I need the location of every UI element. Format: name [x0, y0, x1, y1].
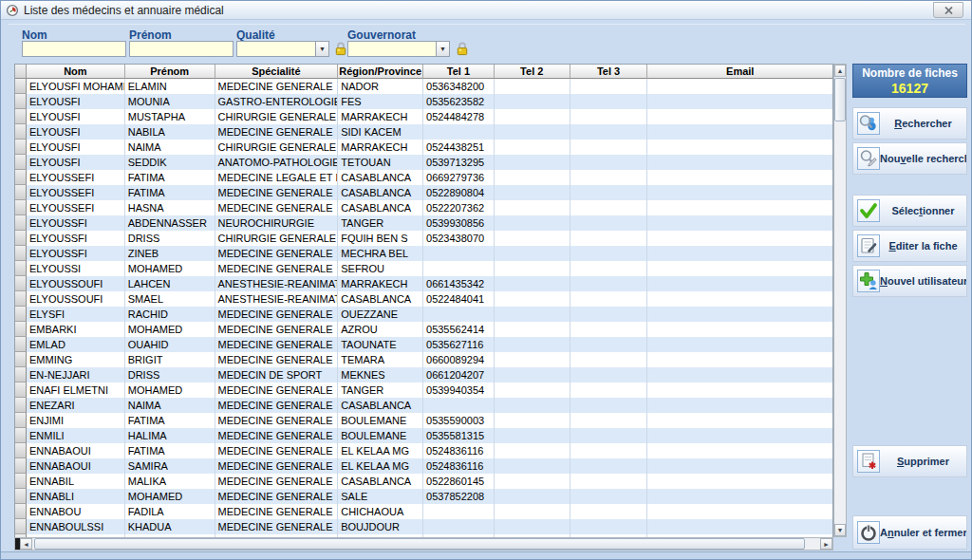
cell-specialite[interactable]: ANESTHESIE-REANIMATION [215, 291, 339, 307]
cell-specialite[interactable]: MEDECINE GENERALE [215, 352, 339, 367]
row-selector[interactable] [15, 215, 27, 231]
cell-region[interactable]: TANGER [338, 383, 423, 398]
rechercher-button[interactable]: Rechercher [852, 107, 967, 140]
cell-tel2[interactable] [495, 261, 570, 276]
editer-la-fiche-button[interactable]: Editer la fiche [852, 230, 967, 262]
cell-region[interactable]: FES [338, 94, 423, 109]
cell-nom[interactable]: ENEZARI [27, 398, 125, 413]
column-header-tel3[interactable]: Tel 3 [570, 65, 648, 79]
table-row[interactable]: EMMING BRIGIT MEDECINE GENERALE TEMARA 0… [15, 352, 832, 367]
horizontal-scroll-track[interactable] [32, 538, 820, 550]
cell-region[interactable]: MEKNES [338, 367, 423, 383]
cell-email[interactable] [647, 185, 832, 200]
cell-prenom[interactable]: ABDENNASSER [125, 215, 215, 231]
cell-specialite[interactable]: MEDECINE GENERALE [215, 261, 339, 276]
cell-tel1[interactable] [423, 246, 495, 261]
table-row[interactable]: ENJIMI FATIMA MEDECINE GENERALE BOULEMAN… [15, 413, 832, 428]
cell-tel3[interactable] [570, 246, 648, 261]
cell-email[interactable] [647, 307, 832, 322]
cell-prenom[interactable]: MOHAMED [125, 383, 215, 398]
cell-tel1[interactable]: 0523438070 [423, 231, 495, 246]
column-header-nom[interactable]: Nom [27, 65, 125, 79]
cell-nom[interactable]: ELYOUSSEFI [27, 200, 125, 215]
row-selector[interactable] [15, 124, 27, 140]
cell-email[interactable] [647, 124, 832, 140]
cell-email[interactable] [647, 276, 832, 291]
cell-tel1[interactable]: 0661204207 [423, 367, 495, 383]
cell-region[interactable]: SEFROU [338, 261, 423, 276]
cell-nom[interactable]: ELYOUSSFI [27, 215, 125, 231]
row-selector[interactable] [15, 231, 27, 246]
cell-nom[interactable]: ELYOUSFI [27, 155, 125, 170]
row-selector[interactable] [15, 307, 27, 322]
cell-specialite[interactable]: MEDECINE LEGALE ET DE TRAVA [215, 170, 339, 185]
cell-tel2[interactable] [495, 352, 570, 367]
table-row[interactable]: EMBARKI MOHAMED MEDECINE GENERALE AZROU … [15, 322, 832, 337]
table-corner-cell[interactable] [15, 65, 27, 79]
row-selector[interactable] [15, 413, 27, 428]
column-header-prenom[interactable]: Prénom [125, 65, 215, 79]
table-row[interactable]: ELYSFI RACHID MEDECINE GENERALE OUEZZANE [15, 307, 832, 322]
cell-tel1[interactable]: 0669279736 [423, 170, 495, 185]
row-selector[interactable] [15, 398, 27, 413]
scroll-down-button[interactable]: ▼ [834, 524, 846, 536]
row-selector[interactable] [15, 504, 27, 519]
cell-tel3[interactable] [570, 200, 648, 215]
table-row[interactable]: ELYOUSFI SEDDIK ANATOMO-PATHOLOGIE TETOU… [15, 155, 832, 170]
vertical-scrollbar[interactable]: ▲ ▼ [833, 64, 847, 537]
cell-tel3[interactable] [570, 170, 648, 185]
nouvel-utilisateur-button[interactable]: Nouvel utilisateur [852, 265, 967, 297]
cell-tel2[interactable] [495, 185, 570, 200]
cell-region[interactable]: TANGER [338, 215, 423, 231]
cell-email[interactable] [647, 398, 832, 413]
cell-tel2[interactable] [495, 458, 570, 474]
cell-specialite[interactable]: CHIRURGIE GENERALE [215, 231, 339, 246]
cell-nom[interactable]: ELYOUSFI [27, 140, 125, 155]
cell-specialite[interactable]: ANATOMO-PATHOLOGIE [215, 155, 339, 170]
cell-tel2[interactable] [495, 337, 570, 352]
nom-filter-input[interactable] [22, 41, 126, 57]
cell-tel3[interactable] [570, 458, 648, 474]
cell-specialite[interactable]: MEDECINE GENERALE [215, 383, 339, 398]
cell-email[interactable] [647, 94, 832, 109]
cell-email[interactable] [647, 458, 832, 474]
row-selector[interactable] [15, 337, 27, 352]
cell-tel3[interactable] [570, 185, 648, 200]
cell-specialite[interactable]: MEDECINE GENERALE [215, 443, 339, 458]
cell-prenom[interactable]: ELAMIN [125, 79, 215, 94]
table-row[interactable]: ELYOUSSEFI FATIMA MEDECINE LEGALE ET DE … [15, 170, 832, 185]
cell-tel2[interactable] [495, 94, 570, 109]
cell-tel3[interactable] [570, 307, 648, 322]
column-header-tel1[interactable]: Tel 1 [423, 65, 495, 79]
cell-email[interactable] [647, 383, 832, 398]
table-row[interactable]: ELYOUSFI MOHAMED ELAMIN MEDECINE GENERAL… [15, 79, 832, 94]
cell-tel1[interactable]: 0539940354 [423, 383, 495, 398]
cell-nom[interactable]: ENNABLI [27, 489, 125, 504]
cell-tel2[interactable] [495, 155, 570, 170]
cell-tel3[interactable] [570, 489, 648, 504]
cell-tel2[interactable] [495, 307, 570, 322]
cell-prenom[interactable]: FATIMA [125, 185, 215, 200]
cell-prenom[interactable]: MOUNIA [125, 94, 215, 109]
cell-region[interactable]: MARRAKECH [338, 109, 423, 124]
row-selector[interactable] [15, 246, 27, 261]
column-header-tel2[interactable]: Tel 2 [495, 65, 570, 79]
scroll-right-button[interactable]: ► [820, 538, 832, 550]
cell-nom[interactable]: ENNABAOUI [27, 443, 125, 458]
cell-nom[interactable]: ELYOUSFI [27, 124, 125, 140]
cell-prenom[interactable]: ZINEB [125, 246, 215, 261]
cell-tel1[interactable]: 0536348200 [423, 79, 495, 94]
cell-tel3[interactable] [570, 443, 648, 458]
cell-prenom[interactable]: BRIGIT [125, 352, 215, 367]
gouvernorat-filter-input[interactable] [347, 41, 439, 57]
cell-tel1[interactable]: 0535627116 [423, 337, 495, 352]
cell-tel2[interactable] [495, 231, 570, 246]
table-row[interactable]: ENNABAOUI FATIMA MEDECINE GENERALE EL KE… [15, 443, 832, 458]
cell-prenom[interactable]: NAIMA [125, 140, 215, 155]
cell-email[interactable] [647, 519, 832, 534]
cell-tel1[interactable]: 0535590003 [423, 413, 495, 428]
cell-tel2[interactable] [495, 79, 570, 94]
cell-region[interactable]: CASABLANCA [338, 474, 423, 489]
cell-tel2[interactable] [495, 124, 570, 140]
cell-tel1[interactable]: 0524438251 [423, 140, 495, 155]
